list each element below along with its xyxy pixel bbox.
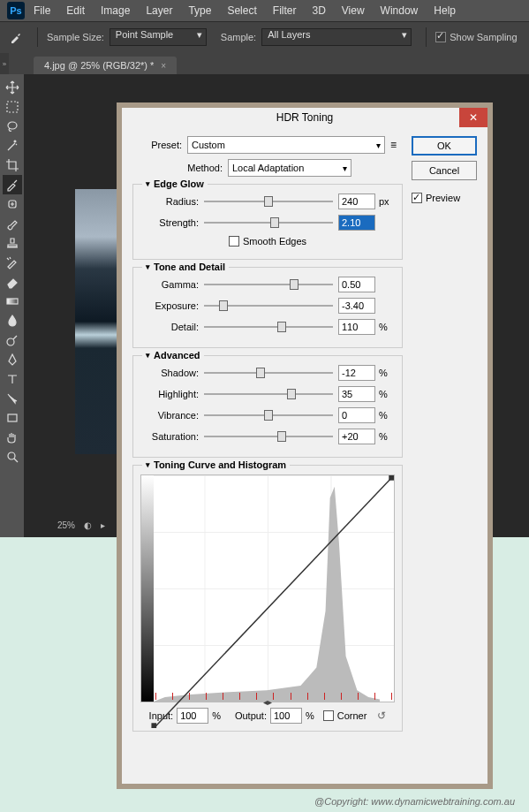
- marquee-tool[interactable]: [3, 97, 22, 117]
- svg-line-8: [154, 475, 394, 728]
- brush-tool[interactable]: [3, 214, 22, 233]
- collapse-icon[interactable]: ▾: [146, 460, 150, 469]
- svg-rect-5: [8, 414, 17, 421]
- menu-layer[interactable]: Layer: [146, 4, 172, 17]
- detail-slider[interactable]: [204, 320, 333, 334]
- menu-view[interactable]: View: [342, 4, 365, 17]
- wand-tool[interactable]: [3, 136, 22, 156]
- radius-unit: px: [379, 196, 395, 207]
- show-sampling-checkbox[interactable]: [435, 32, 446, 42]
- shape-tool[interactable]: [3, 408, 22, 428]
- method-label: Method:: [173, 163, 223, 173]
- sample-dropdown[interactable]: All Layers: [261, 28, 412, 46]
- stamp-tool[interactable]: [3, 233, 22, 253]
- eyedropper-tool[interactable]: [3, 175, 22, 194]
- menu-image[interactable]: Image: [101, 4, 130, 17]
- move-tool[interactable]: [3, 78, 22, 97]
- hand-tool[interactable]: [3, 428, 22, 447]
- highlight-input[interactable]: 35: [338, 386, 375, 402]
- strength-slider[interactable]: [204, 216, 333, 230]
- vibrance-unit: %: [379, 410, 395, 421]
- shadow-input[interactable]: -12: [338, 365, 375, 381]
- path-tool[interactable]: [3, 389, 22, 408]
- status-icon[interactable]: ◐: [84, 520, 92, 530]
- menu-filter[interactable]: Filter: [273, 4, 297, 17]
- gamma-slider[interactable]: [204, 277, 333, 292]
- ticks: [154, 693, 394, 702]
- dodge-tool[interactable]: [3, 330, 22, 350]
- pen-tool[interactable]: [3, 350, 22, 369]
- menu-help[interactable]: Help: [434, 4, 456, 17]
- detail-unit: %: [379, 322, 395, 332]
- saturation-slider[interactable]: [204, 429, 333, 444]
- edge-glow-title: Edge Glow: [154, 178, 204, 189]
- saturation-input[interactable]: +20: [338, 429, 375, 444]
- vibrance-slider[interactable]: [204, 408, 333, 422]
- show-sampling-label: Show Sampling: [450, 32, 517, 42]
- gamma-input[interactable]: 0.50: [338, 277, 375, 292]
- zoom-tool[interactable]: [3, 447, 22, 467]
- crop-tool[interactable]: [3, 156, 22, 175]
- histogram[interactable]: ◂▸: [140, 474, 395, 702]
- collapse-icon[interactable]: ▾: [146, 351, 150, 360]
- preview-checkbox[interactable]: [412, 193, 422, 203]
- preset-dropdown[interactable]: Custom: [187, 136, 385, 154]
- curve-group: ▾Toning Curve and Histogram: [132, 465, 403, 732]
- svg-rect-10: [389, 475, 394, 481]
- smooth-edges-checkbox[interactable]: [229, 236, 239, 247]
- menu-file[interactable]: File: [34, 4, 50, 17]
- lasso-tool[interactable]: [3, 117, 22, 136]
- sample-size-dropdown[interactable]: Point Sample: [110, 28, 207, 46]
- menu-window[interactable]: Window: [381, 4, 419, 17]
- vibrance-label: Vibrance:: [140, 410, 199, 421]
- document-tab-title: 4.jpg @ 25% (RGB/32*) *: [44, 60, 154, 71]
- radius-input[interactable]: 240: [338, 194, 375, 209]
- status-bar: 25% ◐ ▸: [57, 520, 105, 530]
- exposure-input[interactable]: -3.40: [338, 298, 375, 314]
- corner-checkbox[interactable]: [323, 710, 334, 721]
- collapse-icon[interactable]: ▾: [146, 262, 150, 271]
- blur-tool[interactable]: [3, 311, 22, 330]
- preset-menu-icon[interactable]: ≡: [390, 139, 403, 151]
- type-tool[interactable]: [3, 369, 22, 389]
- highlight-slider[interactable]: [204, 387, 333, 401]
- close-button[interactable]: ✕: [459, 108, 487, 127]
- detail-input[interactable]: 110: [338, 319, 375, 335]
- svg-rect-0: [7, 102, 18, 112]
- document-tab-bar: 4.jpg @ 25% (RGB/32*) * ×: [0, 51, 529, 74]
- tone-curve[interactable]: [141, 475, 394, 728]
- options-bar: Sample Size: Point Sample Sample: All La…: [0, 21, 529, 51]
- history-brush-tool[interactable]: [3, 253, 22, 272]
- highlight-unit: %: [379, 389, 395, 399]
- gradient-tool[interactable]: [3, 292, 22, 311]
- curve-title: Toning Curve and Histogram: [154, 459, 286, 470]
- svg-point-6: [8, 452, 15, 459]
- radius-slider[interactable]: [204, 194, 333, 209]
- preset-label: Preset:: [132, 140, 182, 150]
- method-dropdown[interactable]: Local Adaptation: [228, 159, 351, 177]
- vibrance-input[interactable]: 0: [338, 407, 375, 423]
- close-tab-icon[interactable]: ×: [161, 61, 166, 71]
- tone-detail-title: Tone and Detail: [154, 262, 225, 272]
- ok-button[interactable]: OK: [412, 136, 477, 156]
- menu-edit[interactable]: Edit: [66, 4, 85, 17]
- menu-select[interactable]: Select: [227, 4, 256, 17]
- saturation-label: Saturation:: [140, 431, 199, 442]
- collapse-icon[interactable]: ▾: [146, 179, 150, 188]
- dialog-title: HDR Toning: [276, 111, 333, 124]
- cancel-button[interactable]: Cancel: [412, 161, 477, 180]
- sample-label: Sample:: [221, 32, 256, 42]
- document-tab[interactable]: 4.jpg @ 25% (RGB/32*) * ×: [34, 57, 177, 74]
- eraser-tool[interactable]: [3, 272, 22, 292]
- strength-input[interactable]: 2.10: [338, 215, 375, 231]
- shadow-slider[interactable]: [204, 366, 333, 380]
- healing-tool[interactable]: [3, 194, 22, 214]
- exposure-label: Exposure:: [140, 300, 199, 311]
- exposure-slider[interactable]: [204, 299, 333, 313]
- gamma-label: Gamma:: [140, 279, 199, 290]
- menu-3d[interactable]: 3D: [312, 4, 325, 17]
- split-handle-icon[interactable]: ◂▸: [263, 697, 272, 707]
- expand-tab[interactable]: »: [0, 53, 9, 74]
- menu-type[interactable]: Type: [188, 4, 211, 17]
- toolbar: [0, 74, 24, 467]
